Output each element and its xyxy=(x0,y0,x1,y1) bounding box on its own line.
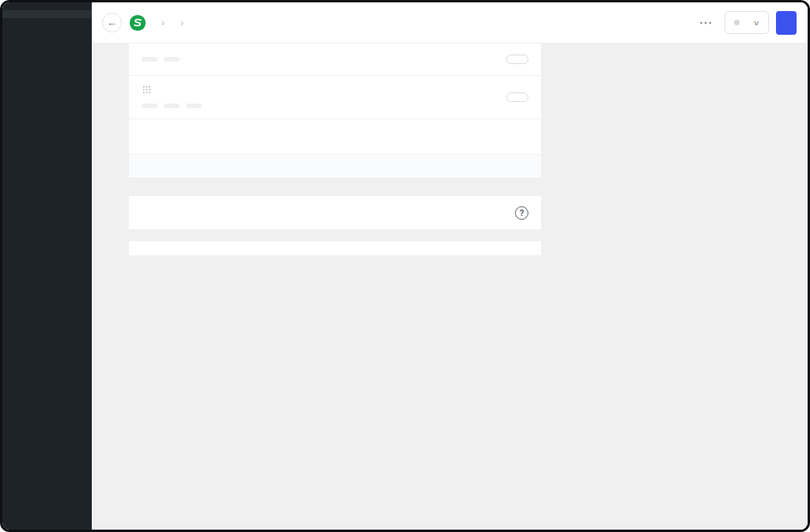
save-product-button[interactable] xyxy=(776,11,797,35)
option-section-colors xyxy=(129,43,541,75)
instant-checkout-dropdown[interactable]: ∨ xyxy=(725,11,769,34)
chevron-down-icon: ∨ xyxy=(753,19,760,27)
variants-card xyxy=(129,43,541,179)
option-chip xyxy=(186,104,202,108)
drag-dot-icon xyxy=(734,20,740,25)
edit-option-button[interactable] xyxy=(506,92,528,102)
edit-option-button[interactable] xyxy=(506,55,528,64)
screen-frame: ← › › ··· ∨ xyxy=(0,0,810,532)
variants-table-header xyxy=(129,154,541,179)
chevron-right-icon: › xyxy=(161,17,165,28)
chevron-right-icon: › xyxy=(180,17,184,28)
option-chip xyxy=(142,104,157,108)
arrow-left-icon: ← xyxy=(107,17,117,28)
surecart-submenu xyxy=(2,10,92,18)
workspace: ? xyxy=(92,43,808,530)
question-circle-icon[interactable]: ? xyxy=(515,206,528,220)
wp-admin-sidebar xyxy=(2,2,92,530)
more-menu-button[interactable]: ··· xyxy=(695,17,717,29)
option-section-size xyxy=(129,76,541,119)
option-chip xyxy=(164,104,180,108)
option-chip xyxy=(164,57,180,62)
drag-handle-icon[interactable] xyxy=(142,85,152,95)
surecart-header: ← › › ··· ∨ xyxy=(92,2,808,43)
next-card-stub xyxy=(129,241,541,255)
option-chip xyxy=(142,57,157,62)
integrations-card: ? xyxy=(129,196,541,229)
back-button[interactable]: ← xyxy=(102,13,122,32)
surecart-logo-icon xyxy=(129,14,146,32)
